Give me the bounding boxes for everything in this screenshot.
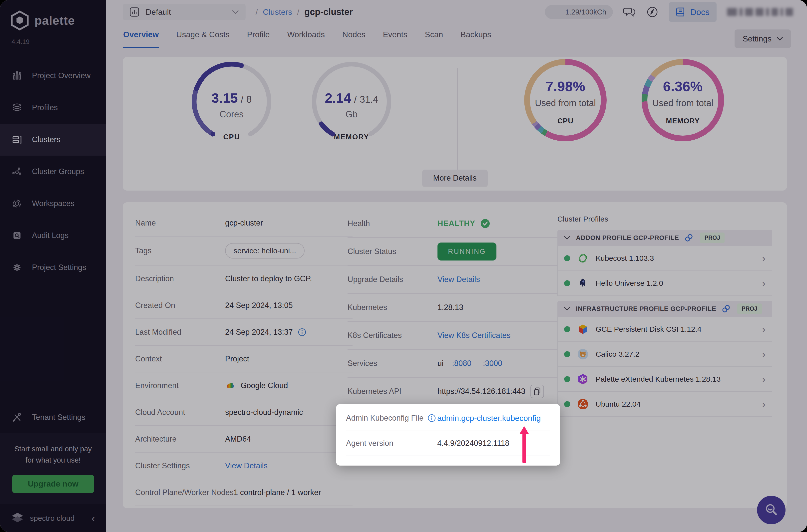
agent-version-value: 4.4.9/20240912.1118 xyxy=(437,439,509,448)
kubeconfig-spotlight-panel: Admin Kubeconfig File admin.gcp-cluster.… xyxy=(336,404,560,466)
app-window: palette 4.4.19 Project Overview xyxy=(0,0,807,532)
info-icon[interactable] xyxy=(428,414,436,422)
admin-kubeconfig-download-link[interactable]: admin.gcp-cluster.kubeconfig xyxy=(437,414,541,423)
pointer-arrow xyxy=(519,426,530,464)
